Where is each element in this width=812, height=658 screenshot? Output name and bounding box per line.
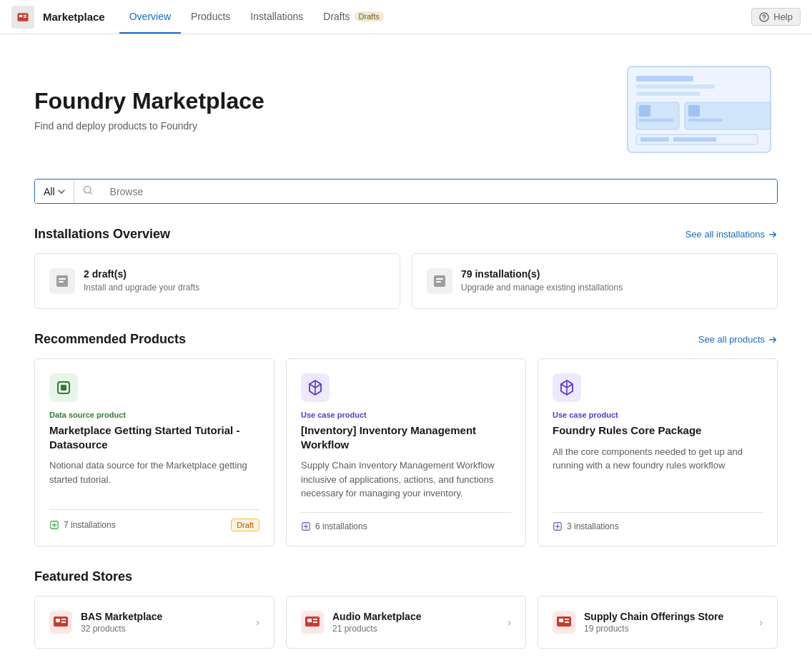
install-count-1: 6 installations (301, 521, 367, 531)
products-title: Recommended Products (34, 332, 186, 347)
draft-badge-0: Draft (231, 519, 259, 531)
featured-stores-section: Featured Stores BAS Marketplace 32 produ… (0, 569, 812, 659)
svg-rect-22 (59, 278, 66, 280)
hero-title: Foundry Marketplace (34, 88, 264, 114)
product-icon-1 (301, 373, 330, 402)
tab-drafts[interactable]: Drafts Drafts (313, 0, 394, 34)
arrow-right-icon (768, 230, 778, 240)
store-products-2: 19 products (584, 624, 723, 634)
svg-rect-30 (61, 385, 66, 391)
product-footer-2: 3 installations (553, 512, 763, 531)
product-desc-0: Notional data source for the Marketplace… (49, 458, 259, 498)
stores-title: Featured Stores (34, 569, 132, 584)
stores-grid: BAS Marketplace 32 products › (34, 596, 778, 649)
tab-overview[interactable]: Overview (119, 0, 181, 34)
search-filter-dropdown[interactable]: All (35, 180, 74, 203)
svg-point-5 (764, 19, 765, 19)
svg-rect-11 (639, 105, 650, 117)
store-card-1[interactable]: Audio Marketplace 21 products › (286, 596, 526, 649)
svg-rect-0 (18, 13, 29, 21)
store-card-0[interactable]: BAS Marketplace 32 products › (34, 596, 274, 649)
svg-rect-39 (61, 619, 66, 620)
product-icon-0 (49, 373, 78, 402)
svg-rect-8 (636, 84, 715, 89)
product-type-2: Use case product (553, 411, 763, 419)
help-button[interactable]: Help (751, 8, 801, 26)
arrow-right-icon (768, 335, 778, 345)
product-name-0: Marketplace Getting Started Tutorial - D… (49, 423, 259, 451)
tab-installations[interactable]: Installations (240, 0, 313, 34)
install-card-drafts[interactable]: 2 draft(s) Install and upgrade your draf… (34, 253, 400, 309)
install-draft-icon (49, 268, 75, 294)
svg-rect-2 (24, 14, 26, 16)
drafts-badge: Drafts (355, 11, 384, 21)
draft-desc: Install and upgrade your drafts (84, 283, 199, 293)
svg-rect-45 (313, 622, 317, 623)
nav-tabs: Overview Products Installations Drafts D… (119, 0, 394, 34)
svg-rect-48 (559, 619, 563, 622)
see-all-installations-link[interactable]: See all installations (685, 229, 778, 240)
search-icon (74, 180, 102, 203)
see-all-products-link[interactable]: See all products (698, 334, 778, 345)
store-card-2[interactable]: Supply Chain Offerings Store 19 products… (538, 596, 778, 649)
store-chevron-0: › (256, 617, 259, 628)
products-grid: Data source product Marketplace Getting … (34, 358, 778, 546)
chevron-down-icon (58, 190, 65, 194)
store-icon-1 (301, 611, 324, 634)
install-cards-grid: 2 draft(s) Install and upgrade your draf… (34, 253, 778, 309)
installations-overview-section: Installations Overview See all installat… (0, 227, 812, 332)
nav-brand: Marketplace (43, 11, 105, 23)
hero-illustration (620, 63, 778, 156)
store-chevron-2: › (759, 617, 763, 628)
svg-rect-15 (688, 119, 723, 122)
product-footer-1: 6 installations (301, 512, 511, 531)
svg-rect-17 (640, 137, 669, 142)
install-icon (553, 521, 563, 531)
product-desc-1: Supply Chain Inventory Management Workfl… (301, 458, 511, 501)
stores-header: Featured Stores (34, 569, 778, 584)
recommended-products-section: Recommended Products See all products Da… (0, 332, 812, 569)
svg-rect-50 (565, 622, 569, 623)
install-card-existing[interactable]: 79 installation(s) Upgrade and manage ex… (412, 253, 778, 309)
svg-rect-7 (636, 76, 693, 82)
svg-rect-18 (673, 137, 716, 142)
search-input[interactable] (102, 180, 777, 203)
product-type-1: Use case product (301, 411, 511, 419)
installations-title: Installations Overview (34, 227, 170, 242)
store-icon-2 (553, 611, 575, 634)
search-area: All (0, 179, 812, 227)
product-card-1[interactable]: Use case product [Inventory] Inventory M… (286, 358, 526, 546)
install-icon (49, 520, 59, 530)
products-header: Recommended Products See all products (34, 332, 778, 347)
draft-count: 2 draft(s) (84, 268, 199, 280)
hero-text: Foundry Marketplace Find and deploy prod… (34, 88, 264, 132)
existing-desc: Upgrade and manage existing installation… (461, 283, 623, 293)
store-name-1: Audio Marketplace (332, 611, 421, 622)
svg-rect-38 (56, 619, 60, 622)
top-nav: Marketplace Overview Products Installati… (0, 0, 812, 34)
install-existing-icon (427, 268, 452, 294)
product-card-2[interactable]: Use case product Foundry Rules Core Pack… (538, 358, 778, 546)
existing-count: 79 installation(s) (461, 268, 623, 280)
store-name-0: BAS Marketplace (81, 611, 162, 622)
tab-products[interactable]: Products (181, 0, 240, 34)
app-logo (11, 6, 34, 29)
store-name-2: Supply Chain Offerings Store (584, 611, 723, 622)
help-icon (759, 12, 769, 22)
search-bar: All (34, 179, 778, 204)
svg-rect-44 (313, 619, 317, 620)
store-products-0: 32 products (81, 624, 162, 634)
svg-rect-23 (59, 281, 64, 283)
hero-subtitle: Find and deploy products to Foundry (34, 120, 264, 132)
svg-rect-12 (639, 119, 673, 122)
install-icon (301, 521, 311, 531)
product-name-1: [Inventory] Inventory Management Workflo… (301, 423, 511, 451)
product-card-0[interactable]: Data source product Marketplace Getting … (34, 358, 274, 546)
product-icon-2 (553, 373, 581, 402)
install-count-0: 7 installations (49, 520, 116, 530)
installations-header: Installations Overview See all installat… (34, 227, 778, 242)
svg-rect-40 (61, 622, 66, 623)
svg-rect-26 (436, 278, 443, 280)
svg-rect-1 (19, 14, 22, 16)
hero-section: Foundry Marketplace Find and deploy prod… (0, 34, 812, 179)
